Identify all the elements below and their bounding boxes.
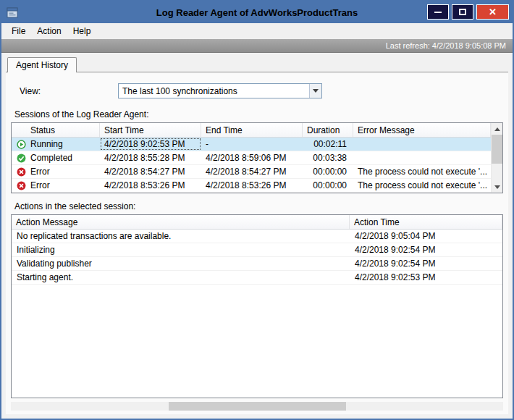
column-header-duration[interactable]: Duration xyxy=(303,123,353,137)
table-row[interactable]: No replicated transactions are available… xyxy=(12,230,502,243)
scrollbar-thumb[interactable] xyxy=(492,135,502,164)
dialog-window: Log Reader Agent of AdvWorksProductTrans… xyxy=(0,0,514,420)
action-message: Initializing xyxy=(12,243,350,256)
view-select[interactable]: The last 100 synchronizations xyxy=(118,83,322,98)
scroll-down-icon xyxy=(494,185,500,189)
session-error-message: The process could not execute '... xyxy=(353,179,491,192)
close-icon: ✕ xyxy=(489,7,497,17)
tab-strip: Agent History xyxy=(6,57,508,72)
session-error-message xyxy=(353,138,491,151)
error-icon xyxy=(17,181,26,190)
sessions-vertical-scrollbar[interactable] xyxy=(491,123,502,193)
session-end-time: 4/2/2018 8:54:27 PM xyxy=(201,165,303,178)
view-select-dropdown-button[interactable] xyxy=(309,84,321,98)
session-status: Error xyxy=(30,167,50,177)
error-icon xyxy=(17,167,26,177)
titlebar[interactable]: Log Reader Agent of AdvWorksProductTrans… xyxy=(1,1,513,23)
sessions-table: Status Start Time End Time Duration Erro… xyxy=(11,122,503,193)
action-time: 4/2/2018 9:02:54 PM xyxy=(350,243,502,256)
column-header-end-time[interactable]: End Time xyxy=(201,123,303,137)
scroll-up-icon xyxy=(494,127,500,131)
menu-bar: File Action Help xyxy=(1,23,513,39)
menu-file[interactable]: File xyxy=(6,24,31,38)
action-time: 4/2/2018 9:02:54 PM xyxy=(350,257,502,270)
session-end-time: - xyxy=(201,138,303,151)
action-message: Starting agent. xyxy=(12,271,350,284)
view-label: View: xyxy=(20,86,118,96)
table-row[interactable]: Error 4/2/2018 8:53:26 PM 4/2/2018 8:53:… xyxy=(12,179,491,193)
view-select-value: The last 100 synchronizations xyxy=(119,86,309,96)
column-header-status[interactable]: Status xyxy=(12,123,100,137)
refresh-status-bar: Last refresh: 4/2/2018 9:05:08 PM xyxy=(1,39,513,53)
minimize-icon xyxy=(434,12,442,13)
session-end-time: 4/2/2018 8:53:26 PM xyxy=(201,179,303,192)
sessions-table-header: Status Start Time End Time Duration Erro… xyxy=(12,123,491,138)
session-start-time: 4/2/2018 8:53:26 PM xyxy=(100,179,201,192)
table-row[interactable]: Initializing 4/2/2018 9:02:54 PM xyxy=(12,243,502,257)
session-duration: 00:03:38 xyxy=(303,151,353,164)
maximize-button[interactable] xyxy=(452,4,473,20)
running-icon xyxy=(17,140,26,149)
chevron-down-icon xyxy=(313,89,319,93)
action-time: 4/2/2018 9:05:04 PM xyxy=(350,230,502,243)
session-duration: 00:02:11 xyxy=(303,138,353,151)
completed-icon xyxy=(17,154,26,163)
action-message: No replicated transactions are available… xyxy=(12,230,350,243)
table-row[interactable]: Starting agent. 4/2/2018 9:02:53 PM xyxy=(12,271,502,285)
scrollbar-thumb[interactable] xyxy=(169,402,346,411)
action-time: 4/2/2018 9:02:53 PM xyxy=(350,271,502,284)
minimize-button[interactable] xyxy=(427,4,449,20)
table-row[interactable]: Completed 4/2/2018 8:55:28 PM 4/2/2018 8… xyxy=(12,151,491,165)
menu-action[interactable]: Action xyxy=(31,24,67,38)
session-error-message xyxy=(353,151,491,164)
session-end-time: 4/2/2018 8:59:06 PM xyxy=(201,151,303,164)
view-row: View: The last 100 synchronizations xyxy=(20,83,503,98)
scrollbar-track[interactable] xyxy=(492,164,502,181)
table-row[interactable]: Error 4/2/2018 8:54:27 PM 4/2/2018 8:54:… xyxy=(12,165,491,179)
action-message: Validating publisher xyxy=(12,257,350,270)
maximize-icon xyxy=(459,9,466,15)
session-duration: 00:00:00 xyxy=(303,179,353,192)
session-start-time: 4/2/2018 8:55:28 PM xyxy=(100,151,201,164)
table-row[interactable]: Running 4/2/2018 9:02:53 PM - 00:02:11 xyxy=(12,138,491,151)
menu-help[interactable]: Help xyxy=(67,24,97,38)
actions-table: Action Message Action Time No replicated… xyxy=(11,214,503,398)
scroll-down-button[interactable] xyxy=(492,181,502,193)
session-status: Error xyxy=(30,180,50,190)
table-row[interactable]: Validating publisher 4/2/2018 9:02:54 PM xyxy=(12,257,502,271)
column-header-action-message[interactable]: Action Message xyxy=(12,215,350,229)
agent-history-panel: View: The last 100 synchronizations Sess… xyxy=(6,72,508,414)
tab-agent-history[interactable]: Agent History xyxy=(7,57,77,72)
session-start-time: 4/2/2018 9:02:53 PM xyxy=(100,138,201,151)
dialog-body: Agent History View: The last 100 synchro… xyxy=(1,53,513,419)
session-status: Completed xyxy=(30,153,72,163)
scroll-up-button[interactable] xyxy=(492,123,502,135)
actions-table-header: Action Message Action Time xyxy=(12,215,502,230)
column-header-error-message[interactable]: Error Message xyxy=(353,123,491,137)
actions-table-empty-area xyxy=(12,285,502,398)
last-refresh-text: Last refresh: 4/2/2018 9:05:08 PM xyxy=(386,41,506,50)
session-error-message: The process could not execute '... xyxy=(353,165,491,178)
session-start-time: 4/2/2018 8:54:27 PM xyxy=(100,165,201,178)
actions-label: Actions in the selected session: xyxy=(14,201,503,211)
session-status: Running xyxy=(30,139,63,149)
sessions-label: Sessions of the Log Reader Agent: xyxy=(14,109,503,119)
session-duration: 00:00:00 xyxy=(303,165,353,178)
column-header-start-time[interactable]: Start Time xyxy=(100,123,201,137)
column-header-action-time[interactable]: Action Time xyxy=(350,215,502,229)
close-button[interactable]: ✕ xyxy=(476,4,509,20)
horizontal-scrollbar[interactable] xyxy=(11,402,503,411)
